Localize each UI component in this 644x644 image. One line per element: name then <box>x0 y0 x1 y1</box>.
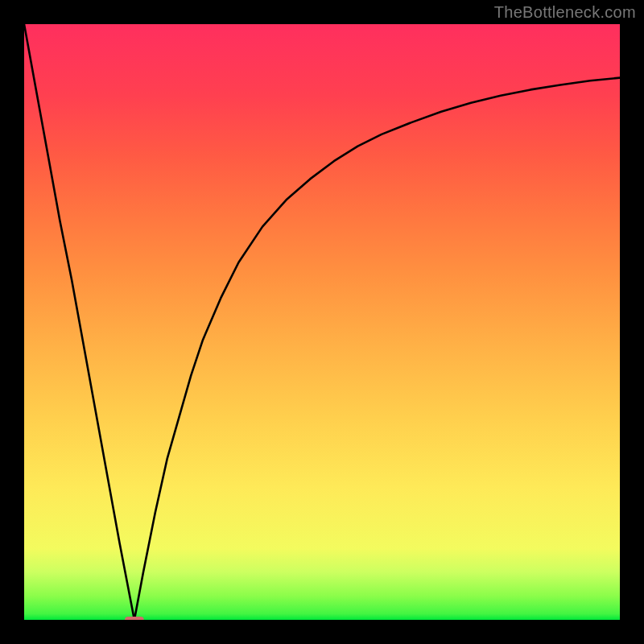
minimum-marker <box>125 617 144 620</box>
watermark-text: TheBottleneck.com <box>494 3 636 22</box>
series-left-branch <box>24 24 134 620</box>
plot-svg <box>24 24 620 620</box>
chart-canvas: TheBottleneck.com <box>0 0 644 644</box>
series-right-curve <box>134 78 620 620</box>
plot-area <box>24 24 620 620</box>
